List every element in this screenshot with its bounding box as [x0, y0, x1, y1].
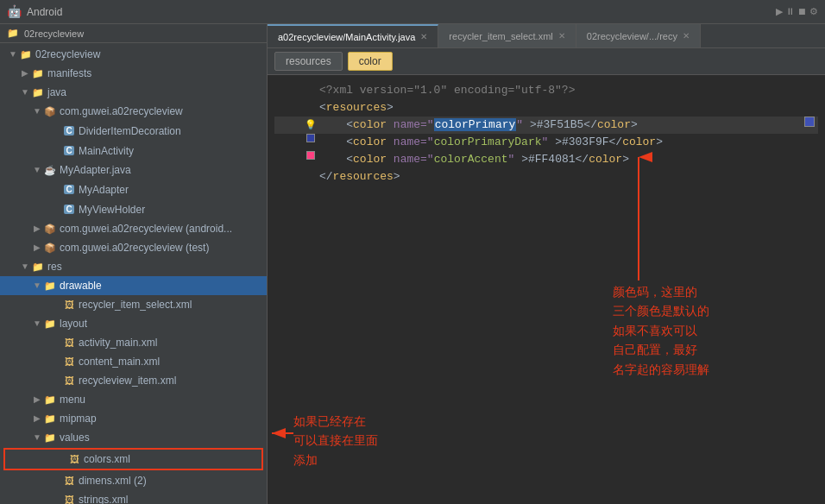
- color-swatch-primary: [804, 117, 815, 127]
- title-bar-text: Android: [27, 6, 62, 18]
- tabs-bar: a02recycleview/MainActivity.java ✕ recyc…: [268, 24, 825, 48]
- code-text-2: <resources>: [319, 99, 815, 117]
- code-text-4: <color name="colorPrimaryDark" >#303F9F<…: [319, 134, 815, 151]
- tab-recycler-close[interactable]: ✕: [558, 31, 565, 41]
- mipmap-icon: 📁: [43, 411, 57, 426]
- resources-btn[interactable]: resources: [274, 52, 343, 71]
- myadapter-label: MyAdapter.java: [60, 162, 131, 178]
- sidebar-item-layout[interactable]: ▼ 📁 layout: [0, 314, 267, 333]
- dimens-label: dimens.xml (2): [79, 473, 147, 488]
- code-text-3: <color name="colorPrimary" >#3F51B5</col…: [319, 117, 801, 134]
- indicator-5: [302, 151, 319, 160]
- tab-recy-close[interactable]: ✕: [683, 31, 690, 41]
- pkg-icon: 📦: [43, 104, 57, 119]
- cm-label: content_main.xml: [79, 354, 160, 369]
- annotation-right: 颜色码，这里的三个颜色是默认的如果不喜欢可以自己配置，最好名字起的容易理解: [613, 282, 709, 379]
- sidebar-item-recycler-xml[interactable]: 🖼 recycler_item_select.xml: [0, 295, 267, 314]
- color-btn[interactable]: color: [348, 52, 393, 71]
- code-line-5: <color name="colorAccent" >#FF4081</colo…: [274, 151, 818, 168]
- ris-icon: 🖼: [62, 297, 76, 312]
- pkg-test-icon: 📦: [43, 240, 57, 255]
- manifests-arrow: ▶: [19, 66, 31, 81]
- divider-label: DividerItemDecoration: [79, 123, 181, 139]
- android-icon: 🤖: [7, 4, 22, 19]
- sidebar-item-menu[interactable]: ▶ 📁 menu: [0, 390, 267, 409]
- project-title: 02recycleview: [24, 28, 84, 39]
- res-label: res: [47, 259, 62, 274]
- color-dot-dark: [306, 134, 315, 142]
- code-line-2: <resources>: [274, 99, 818, 117]
- sidebar-item-dimens[interactable]: 🖼 dimens.xml (2): [0, 471, 267, 490]
- sidebar-item-values[interactable]: ▼ 📁 values: [0, 428, 267, 447]
- sidebar-item-mipmap[interactable]: ▶ 📁 mipmap: [0, 409, 267, 428]
- code-text-5: <color name="colorAccent" >#FF4081</colo…: [319, 151, 815, 168]
- menu-arrow: ▶: [31, 392, 43, 407]
- sidebar-item-myadapter-java[interactable]: ▼ ☕ MyAdapter.java: [0, 161, 267, 180]
- code-text-1: <?xml version="1.0" encoding="utf-8"?>: [319, 82, 815, 99]
- root-folder-icon: 📁: [19, 47, 33, 62]
- sidebar-item-package-main[interactable]: ▼ 📦 com.guwei.a02recycleview: [0, 102, 267, 121]
- strings-icon: 🖼: [62, 492, 76, 504]
- tab-mainactivity-close[interactable]: ✕: [420, 32, 427, 41]
- res-icon: 📁: [31, 259, 45, 274]
- pkg-arrow: ▼: [31, 104, 43, 119]
- layout-label: layout: [60, 316, 87, 331]
- manifests-folder-icon: 📁: [31, 66, 45, 81]
- sidebar-item-pkg-android[interactable]: ▶ 📦 com.guwei.a02recycleview (android...: [0, 219, 267, 238]
- menu-label: menu: [60, 392, 85, 407]
- sidebar[interactable]: 📁 02recycleview ▼ 📁 02recycleview ▶ 📁 ma…: [0, 24, 268, 504]
- expand-arrow: ▼: [7, 47, 19, 62]
- code-line-1: <?xml version="1.0" encoding="utf-8"?>: [274, 82, 818, 99]
- open-resources-tag: <: [319, 101, 326, 114]
- java-folder-icon: 📁: [31, 85, 45, 100]
- c-icon: C: [62, 123, 76, 139]
- tab-recy[interactable]: 02recycleview/.../recy ✕: [576, 24, 701, 47]
- editor-area: a02recycleview/MainActivity.java ✕ recyc…: [268, 24, 825, 504]
- drawable-label: drawable: [60, 278, 102, 293]
- manifests-label: manifests: [47, 66, 91, 81]
- sidebar-item-java[interactable]: ▼ 📁 java: [0, 83, 267, 102]
- tab-recycler-label: recycler_item_select.xml: [449, 31, 552, 41]
- mya-label: MyAdapter: [79, 182, 129, 198]
- sidebar-item-recycleview-item[interactable]: 🖼 recycleview_item.xml: [0, 371, 267, 390]
- tab-mainactivity[interactable]: a02recycleview/MainActivity.java ✕: [268, 24, 438, 47]
- sidebar-item-myviewholder[interactable]: C MyViewHolder: [0, 199, 267, 219]
- sidebar-header: 📁 02recycleview: [0, 24, 267, 43]
- sidebar-item-colors-xml[interactable]: 🖼 colors.xml: [3, 448, 263, 470]
- color-dot-accent: [306, 151, 315, 160]
- sidebar-item-strings[interactable]: 🖼 strings.xml: [0, 490, 267, 504]
- sidebar-item-myadapter[interactable]: C MyAdapter: [0, 180, 267, 199]
- am-label: activity_main.xml: [79, 335, 157, 350]
- sidebar-item-activity-main[interactable]: 🖼 activity_main.xml: [0, 333, 267, 352]
- xml-decl: <?xml version="1.0" encoding="utf-8"?>: [319, 84, 575, 97]
- editor-content[interactable]: <?xml version="1.0" encoding="utf-8"?> <…: [268, 75, 825, 504]
- resources-tag: resources: [326, 101, 387, 114]
- values-arrow: ▼: [31, 430, 43, 445]
- mya-icon: C: [62, 181, 76, 198]
- ri-label: recycleview_item.xml: [79, 373, 176, 388]
- pkg-and-arrow: ▶: [31, 221, 43, 236]
- xml-toolbar: resources color: [268, 48, 825, 75]
- ma-icon: C: [62, 142, 76, 159]
- cm-icon: 🖼: [62, 354, 76, 369]
- tab-recycler-xml[interactable]: recycler_item_select.xml ✕: [438, 24, 576, 47]
- sidebar-item-manifests[interactable]: ▶ 📁 manifests: [0, 64, 267, 83]
- dimens-icon: 🖼: [62, 473, 76, 488]
- sidebar-item-res[interactable]: ▼ 📁 res: [0, 257, 267, 276]
- mipmap-label: mipmap: [60, 411, 97, 426]
- sidebar-item-pkg-test[interactable]: ▶ 📦 com.guwei.a02recycleview (test): [0, 238, 267, 257]
- values-label: values: [60, 430, 90, 445]
- sidebar-item-content-main[interactable]: 🖼 content_main.xml: [0, 352, 267, 371]
- drawable-arrow: ▼: [31, 278, 43, 293]
- main-content: 📁 02recycleview ▼ 📁 02recycleview ▶ 📁 ma…: [0, 24, 825, 504]
- app-window: 🤖 Android ▶ ⏸ ⏹ ⚙ 📁 02recycleview ▼ 📁 02…: [0, 0, 825, 504]
- colors-icon: 🖼: [67, 451, 81, 467]
- pkg-and-icon: 📦: [43, 221, 57, 236]
- sidebar-item-drawable[interactable]: ▼ 📁 drawable: [0, 276, 267, 295]
- tree-root[interactable]: ▼ 📁 02recycleview: [0, 45, 267, 64]
- layout-icon: 📁: [43, 316, 57, 331]
- sidebar-item-mainactivity[interactable]: C MainActivity: [0, 141, 267, 161]
- mipmap-arrow: ▶: [31, 411, 43, 426]
- sidebar-item-divider[interactable]: C DividerItemDecoration: [0, 121, 267, 141]
- strings-label: strings.xml: [79, 492, 128, 504]
